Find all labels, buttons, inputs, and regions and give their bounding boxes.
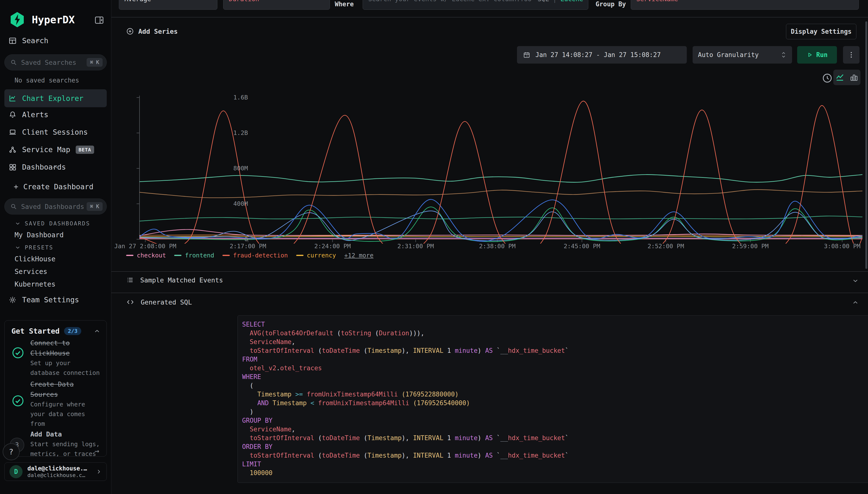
chart-legend[interactable]: checkoutfrontendfraud-detectioncurrency+… (126, 252, 373, 259)
help-button[interactable]: ? (3, 443, 20, 460)
step-title: Add Data (30, 429, 101, 439)
metric-field-input[interactable]: Duration (223, 0, 330, 10)
sql-line: otel_v2.otel_traces (242, 364, 868, 373)
create-dashboard-label: Create Dashboard (23, 183, 93, 191)
chart-explorer-icon (8, 94, 17, 102)
lucene-search-input[interactable]: Search your events w/ Lucene ex. column:… (363, 0, 588, 10)
saved-searches-input[interactable]: Saved Searches ⌘ K (4, 54, 107, 70)
y-tick-label: 1.6B (213, 94, 248, 101)
chevron-down-icon[interactable] (852, 277, 859, 284)
toggle-divider: | (553, 0, 557, 3)
create-dashboard-button[interactable]: Create Dashboard (13, 183, 93, 191)
lucene-toggle[interactable]: Lucene (560, 0, 583, 3)
granularity-value: Auto Granularity (698, 51, 780, 58)
sql-line: toStartOfInterval (toDateTime (Timestamp… (242, 451, 868, 460)
sidebar-item-clickhouse[interactable]: ClickHouse (15, 255, 56, 263)
time-toggle-icon[interactable] (822, 73, 833, 84)
sidebar-item-chart-explorer[interactable]: Chart Explorer (4, 89, 107, 107)
gear-icon (8, 296, 17, 304)
bar-chart-icon[interactable] (849, 73, 859, 82)
sidebar-item-dashboards[interactable]: Dashboards (8, 163, 66, 171)
svg-text:1: 1 (526, 54, 528, 57)
sidebar-item-label: Chart Explorer (22, 94, 83, 102)
no-saved-searches-text: No saved searches (15, 77, 79, 84)
sql-line: ORDER BY (242, 442, 868, 451)
beta-badge: BETA (76, 146, 94, 154)
get-started-step-add-data[interactable]: Add Data Start sending logs, metrics, or… (12, 429, 103, 457)
sql-line: FROM (242, 355, 868, 364)
sql-line: GROUP BY (242, 416, 868, 425)
sidebar-item-search[interactable]: Search (8, 36, 48, 45)
date-range-picker[interactable]: 1 Jan 27 14:08:27 - Jan 27 15:08:27 (517, 46, 687, 63)
legend-item[interactable]: checkout (126, 252, 166, 259)
chevron-up-icon[interactable] (852, 299, 859, 306)
legend-item[interactable]: currency (296, 252, 336, 259)
kbd-shortcut: ⌘ K (86, 202, 103, 211)
x-tick-label: 2:59:00 PM (732, 243, 769, 250)
scrollbar-thumb[interactable] (865, 21, 867, 269)
collapse-sidebar-icon[interactable] (94, 15, 104, 25)
logo[interactable]: HyperDX (8, 11, 75, 28)
avatar: D (9, 465, 23, 478)
legend-label: fraud-detection (233, 252, 288, 259)
add-series-button[interactable]: Add Series (126, 27, 178, 35)
more-options-button[interactable] (843, 46, 860, 63)
saved-dashboards-group[interactable]: SAVED DASHBOARDS (15, 220, 90, 227)
y-tick-label: 400M (213, 200, 248, 207)
series-checkout (139, 230, 863, 236)
sql-line: toStartOfInterval (toDateTime (Timestamp… (242, 434, 868, 442)
sidebar-item-label: Client Sessions (22, 128, 88, 136)
saved-dashboards-input[interactable]: Saved Dashboards ⌘ K (4, 198, 107, 214)
aggregation-select[interactable]: Average (119, 0, 217, 10)
sidebar-item-alerts[interactable]: Alerts (8, 110, 48, 119)
sql-line: ServiceName, (242, 338, 868, 346)
saved-searches-placeholder: Saved Searches (21, 59, 86, 66)
laptop-icon (8, 128, 17, 136)
search-icon (10, 59, 17, 66)
legend-item[interactable]: frontend (174, 252, 214, 259)
sample-matched-events-label: Sample Matched Events (140, 277, 223, 284)
granularity-select[interactable]: Auto Granularity (693, 46, 792, 63)
line-chart-icon[interactable] (835, 73, 845, 82)
sidebar-item-client-sessions[interactable]: Client Sessions (8, 128, 88, 136)
run-button[interactable]: Run (797, 46, 837, 63)
get-started-step-connect[interactable]: Connect to ClickHouse Set up your databa… (12, 338, 103, 378)
x-tick-label: 2:17:00 PM (230, 243, 266, 250)
legend-label: currency (307, 252, 336, 259)
sidebar-item-my-dashboard[interactable]: My Dashboard (15, 231, 63, 239)
generated-sql-header[interactable]: Generated SQL (126, 298, 192, 306)
select-chevrons-icon (780, 51, 787, 58)
presets-group[interactable]: PRESETS (15, 244, 53, 251)
chevron-up-icon[interactable] (93, 327, 101, 335)
chevron-up-icon (34, 37, 41, 44)
legend-swatch (223, 255, 230, 256)
kebab-menu-icon (848, 51, 855, 59)
display-settings-button[interactable]: Display Settings (786, 24, 856, 39)
divider (111, 17, 868, 17)
sql-line: Timestamp >= fromUnixTimestamp64Milli (1… (242, 390, 868, 399)
group-by-input[interactable]: ServiceName (631, 0, 859, 10)
legend-item[interactable]: fraud-detection (223, 252, 288, 259)
user-account-button[interactable]: D dale@clickhouse.… dale@clickhouse.c… (4, 462, 107, 481)
kbd-shortcut: ⌘ K (86, 58, 103, 67)
legend-swatch (296, 255, 304, 256)
step-subtitle: Start sending logs, metrics, or traces (30, 439, 103, 457)
generated-sql-code[interactable]: SELECT AVG(toFloat64OrDefault (toString … (237, 316, 868, 483)
generated-sql-label: Generated SQL (141, 299, 192, 306)
sample-matched-events-header[interactable]: Sample Matched Events (126, 276, 223, 284)
get-started-step-sources[interactable]: Create Data Sources Configure where your… (12, 379, 103, 429)
sidebar-item-kubernetes[interactable]: Kubernetes (15, 280, 56, 288)
legend-swatch (174, 255, 181, 256)
sql-line: ) (242, 407, 868, 416)
hyperdx-app: HyperDX Search Saved Searches ⌘ K (0, 0, 868, 494)
sql-toggle[interactable]: SQL (538, 0, 549, 3)
sql-line: 100000 (242, 469, 868, 477)
sidebar-item-service-map[interactable]: Service Map BETA (8, 145, 94, 154)
sidebar-item-services[interactable]: Services (15, 268, 47, 276)
x-tick-label: 2:31:00 PM (398, 243, 434, 250)
legend-more-link[interactable]: +12 more (344, 252, 373, 259)
sql-line: WHERE (242, 373, 868, 381)
search-placeholder: Search your events w/ Lucene ex. column:… (368, 0, 538, 3)
sidebar-item-team-settings[interactable]: Team Settings (8, 296, 79, 304)
sidebar-item-label: Dashboards (22, 163, 66, 171)
